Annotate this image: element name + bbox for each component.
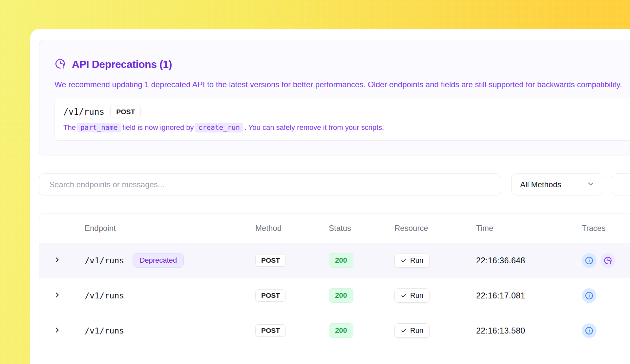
filters-toolbar: All Methods bbox=[39, 173, 630, 195]
resource-label: Run bbox=[410, 256, 423, 265]
resource-label: Run bbox=[410, 291, 423, 300]
table-row[interactable]: /v1/runs POST 200 Run 22:16:17.081 bbox=[39, 278, 630, 313]
chevron-down-icon bbox=[586, 180, 595, 190]
deprecation-message-mid: field is now ignored by bbox=[122, 123, 194, 131]
request-time: 22:16:13.580 bbox=[476, 326, 582, 335]
column-header-status: Status bbox=[329, 224, 394, 233]
method-badge: POST bbox=[255, 254, 286, 267]
method-badge: POST bbox=[255, 289, 286, 302]
check-icon bbox=[401, 257, 407, 264]
column-header-resource: Resource bbox=[394, 224, 476, 233]
info-icon[interactable] bbox=[582, 288, 597, 303]
column-header-traces: Traces bbox=[582, 224, 630, 233]
check-icon bbox=[401, 293, 407, 299]
deprecated-endpoint-method-badge: POST bbox=[110, 106, 141, 118]
method-filter-value: All Methods bbox=[520, 180, 561, 189]
deprecation-message-suffix: . You can safely remove it from your scr… bbox=[244, 123, 384, 131]
column-header-method: Method bbox=[255, 224, 329, 233]
resource-badge[interactable]: Run bbox=[394, 323, 430, 338]
expand-row-chevron-icon[interactable] bbox=[53, 291, 61, 300]
column-header-endpoint: Endpoint bbox=[85, 224, 255, 233]
resource-label: Run bbox=[410, 326, 423, 335]
deprecated-endpoint-path: /v1/runs bbox=[63, 107, 104, 117]
deprecation-clock-icon[interactable] bbox=[600, 253, 615, 268]
status-filter-dropdown-partial[interactable] bbox=[612, 173, 630, 195]
code-chip-part-name: part_name bbox=[77, 123, 121, 132]
deprecations-title: API Deprecations (1) bbox=[72, 58, 172, 71]
expand-row-chevron-icon[interactable] bbox=[53, 326, 61, 335]
request-time: 22:16:36.648 bbox=[476, 256, 582, 265]
deprecations-description: We recommend updating 1 deprecated API t… bbox=[54, 78, 630, 91]
resource-badge[interactable]: Run bbox=[394, 288, 430, 303]
requests-table: Endpoint Method Status Resource Time Tra… bbox=[39, 213, 630, 348]
column-header-time: Time bbox=[476, 224, 582, 233]
table-row[interactable]: /v1/runs Deprecated POST 200 Run 22:16:3… bbox=[39, 243, 630, 278]
resource-badge[interactable]: Run bbox=[394, 253, 430, 268]
deprecated-badge: Deprecated bbox=[133, 253, 184, 268]
status-badge: 200 bbox=[329, 288, 353, 303]
deprecation-message: Thepart_namefield is now ignored bycreat… bbox=[63, 123, 626, 132]
info-icon[interactable] bbox=[582, 323, 597, 338]
method-filter-dropdown[interactable]: All Methods bbox=[511, 173, 603, 195]
main-panel: API Deprecations (1) We recommend updati… bbox=[30, 29, 630, 364]
table-header-row: Endpoint Method Status Resource Time Tra… bbox=[39, 213, 630, 243]
endpoint-path: /v1/runs bbox=[85, 326, 124, 335]
endpoint-path: /v1/runs bbox=[85, 256, 124, 265]
status-badge: 200 bbox=[329, 253, 353, 268]
api-deprecations-card: API Deprecations (1) We recommend updati… bbox=[39, 40, 630, 155]
deprecated-endpoint-item: /v1/runs POST Thepart_namefield is now i… bbox=[54, 98, 630, 141]
deprecation-message-prefix: The bbox=[63, 123, 76, 131]
table-row[interactable]: /v1/runs POST 200 Run 22:16:13.580 bbox=[39, 313, 630, 348]
endpoint-path: /v1/runs bbox=[85, 291, 124, 300]
search-input[interactable] bbox=[39, 173, 501, 195]
expand-row-chevron-icon[interactable] bbox=[53, 256, 61, 265]
clock-alert-icon bbox=[54, 58, 66, 71]
info-icon[interactable] bbox=[582, 253, 597, 268]
request-time: 22:16:17.081 bbox=[476, 291, 582, 300]
code-chip-create-run: create_run bbox=[195, 123, 243, 132]
check-icon bbox=[401, 328, 407, 334]
status-badge: 200 bbox=[329, 323, 353, 338]
method-badge: POST bbox=[255, 324, 286, 337]
